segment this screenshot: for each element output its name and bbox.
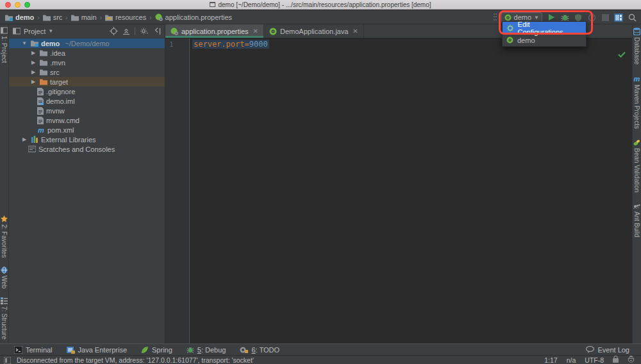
tree-row-demo-root[interactable]: ▼ demo ~/Demo/demo (9, 38, 165, 48)
edit-configurations-icon (506, 24, 514, 32)
tool-button-spring[interactable]: Spring (141, 346, 172, 354)
menu-item-edit-configurations[interactable]: Edit Configurations... (503, 22, 586, 34)
tree-row-mvn[interactable]: ▶ .mvn (9, 58, 165, 67)
tool-button-structure[interactable]: 7: Structure (1, 297, 8, 340)
highlighting-level-icon[interactable] (628, 356, 635, 364)
tree-row-demo-iml[interactable]: demo.iml (9, 96, 165, 106)
tool-button-bean-validation[interactable]: Bean Validation (633, 139, 640, 192)
tool-button-ant-build[interactable]: Ant Build (633, 203, 640, 237)
tab-application-properties[interactable]: application.properties ✕ (165, 24, 264, 38)
bean-icon (633, 139, 640, 146)
collapse-arrow-icon[interactable]: ▶ (29, 60, 37, 65)
chevron-down-icon[interactable]: ▼ (48, 28, 53, 34)
status-widgets: 1:17 n/a UTF-8 (544, 356, 641, 364)
tool-button-database[interactable]: Database (633, 28, 640, 65)
folder-icon (40, 69, 47, 76)
code-area[interactable]: server.port=9000 (190, 38, 269, 343)
property-key: server.port (194, 40, 244, 49)
toolbar-divider (135, 28, 135, 35)
tree-row-mvnw-cmd[interactable]: mvnw.cmd (9, 115, 165, 125)
inspections-ok-icon[interactable] (618, 49, 626, 60)
expand-arrow-icon[interactable]: ▼ (21, 40, 28, 46)
tool-button-favorites[interactable]: 2: Favorites (1, 215, 8, 258)
tool-button-terminal[interactable]: Terminal (14, 346, 53, 354)
breadcrumb-item-src[interactable]: src (43, 13, 63, 21)
line-separator[interactable]: n/a (567, 356, 576, 364)
caret-position[interactable]: 1:17 (544, 356, 557, 364)
star-icon (1, 215, 8, 222)
tree-row-scratches[interactable]: Scratches and Consoles (9, 144, 165, 154)
project-panel-title[interactable]: Project (24, 28, 46, 35)
close-tab-icon[interactable]: ✕ (353, 28, 358, 35)
stop-button[interactable] (601, 13, 610, 22)
menu-item-demo-config[interactable]: demo (503, 34, 586, 46)
lock-icon[interactable] (613, 356, 619, 364)
folder-icon (40, 59, 47, 66)
project-panel-icon (13, 28, 21, 35)
folder-icon (71, 14, 79, 21)
spring-boot-icon (269, 28, 277, 35)
java-enterprise-icon (67, 346, 75, 354)
scratches-icon (28, 145, 36, 153)
toolwindow-switcher-icon[interactable] (4, 357, 11, 364)
project-structure-icon[interactable] (614, 13, 623, 22)
collapse-arrow-icon[interactable]: ▶ (29, 69, 37, 75)
collapse-arrow-icon[interactable]: ▶ (21, 136, 28, 142)
tree-row-gitignore[interactable]: .gitignore (9, 87, 165, 96)
editor-body[interactable]: 1 server.port=9000 (165, 38, 632, 343)
close-tab-icon[interactable]: ✕ (253, 28, 258, 35)
breadcrumb-separator: › (65, 14, 68, 21)
fullscreen-window-button[interactable] (24, 2, 30, 8)
right-tool-stripe: Database m Maven Projects Bean Validatio… (632, 24, 641, 343)
collapse-arrow-icon[interactable]: ▶ (29, 50, 37, 56)
toolbar-drag-handle[interactable] (494, 13, 497, 21)
locate-file-button[interactable] (110, 27, 118, 35)
hide-panel-button[interactable] (153, 28, 161, 35)
spring-boot-icon (506, 37, 513, 44)
tool-button-todo[interactable]: 6: TODO (240, 346, 279, 354)
left-tool-stripe: 1: Project 2: Favorites Web 7: Structure (0, 24, 9, 343)
breadcrumb-item-file[interactable]: application.properties (155, 13, 233, 21)
minimize-window-button[interactable] (15, 2, 21, 8)
breadcrumb-separator: › (99, 14, 103, 21)
web-globe-icon (1, 267, 8, 274)
tool-button-project[interactable]: 1: Project (1, 27, 8, 63)
search-everywhere-button[interactable] (628, 13, 637, 22)
folder-icon (40, 49, 47, 56)
maven-icon: m (37, 126, 45, 134)
tree-row-src[interactable]: ▶ src (9, 67, 165, 77)
collapse-arrow-icon[interactable]: ▶ (29, 79, 37, 85)
close-window-button[interactable] (5, 2, 11, 8)
tool-button-maven-projects[interactable]: m Maven Projects (633, 75, 641, 129)
line-number: 1 (169, 40, 174, 49)
macos-titlebar: demo [~/Demo/demo] - .../src/main/resour… (0, 0, 641, 10)
tab-demoapplication-java[interactable]: DemoApplication.java ✕ (264, 24, 364, 38)
project-toolwindow-icon (1, 27, 8, 34)
editor-gutter: 1 (165, 38, 190, 343)
project-panel-header: Project ▼ (9, 24, 165, 38)
tool-button-web[interactable]: Web (1, 267, 8, 288)
breadcrumb-item-resources[interactable]: resources (105, 13, 146, 21)
file-icon (37, 88, 44, 95)
panel-settings-button[interactable] (140, 27, 149, 35)
tool-button-java-enterprise[interactable]: Java Enterprise (67, 346, 127, 354)
collapse-all-button[interactable] (122, 28, 130, 35)
tree-row-external-libraries[interactable]: ▶ External Libraries (9, 135, 165, 144)
excluded-folder-icon (40, 78, 47, 85)
event-log-button[interactable]: Event Log (586, 346, 629, 354)
bottom-tool-bar: Terminal Java Enterprise Spring 5: Debug… (0, 343, 641, 355)
spring-properties-icon (171, 28, 178, 35)
ant-icon (633, 203, 640, 210)
module-file-icon (37, 97, 44, 105)
tree-row-idea[interactable]: ▶ .idea (9, 48, 165, 58)
tool-button-debug[interactable]: 5: Debug (187, 346, 226, 354)
tree-row-target[interactable]: ▶ target (9, 77, 165, 87)
tree-row-mvnw[interactable]: mvnw (9, 106, 165, 115)
search-icon (628, 13, 637, 22)
property-value: 9000 (249, 40, 268, 49)
breadcrumb-item-main[interactable]: main (71, 13, 97, 21)
breadcrumb-item-project[interactable]: demo (5, 13, 34, 21)
profiler-button[interactable] (587, 13, 596, 22)
tree-row-pom-xml[interactable]: m pom.xml (9, 125, 165, 135)
file-encoding[interactable]: UTF-8 (585, 356, 604, 364)
